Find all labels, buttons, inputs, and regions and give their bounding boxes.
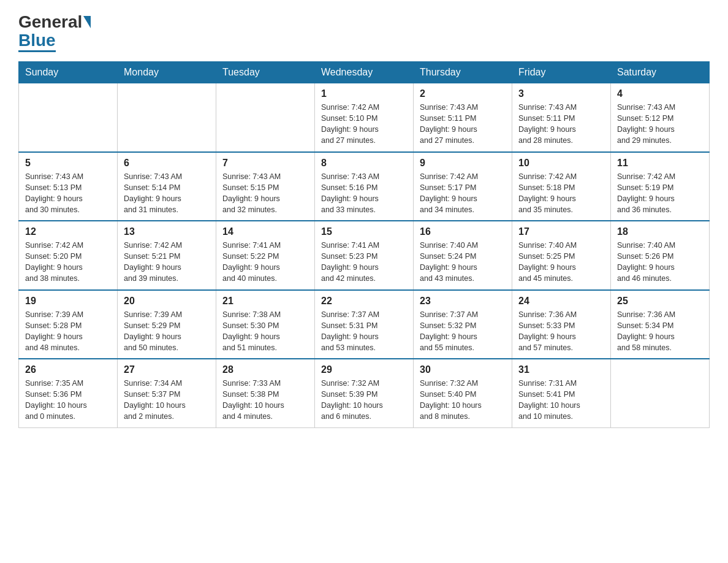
calendar-cell: 25Sunrise: 7:36 AM Sunset: 5:34 PM Dayli…	[611, 290, 710, 359]
calendar-cell: 13Sunrise: 7:42 AM Sunset: 5:21 PM Dayli…	[118, 221, 216, 290]
calendar-cell: 7Sunrise: 7:43 AM Sunset: 5:15 PM Daylig…	[216, 152, 315, 221]
calendar-cell: 31Sunrise: 7:31 AM Sunset: 5:41 PM Dayli…	[512, 359, 611, 427]
logo: General Blue	[18, 12, 91, 50]
page-header: General Blue	[18, 12, 710, 50]
day-info: Sunrise: 7:42 AM Sunset: 5:19 PM Dayligh…	[617, 171, 703, 216]
day-number: 3	[518, 88, 604, 99]
calendar-cell: 19Sunrise: 7:39 AM Sunset: 5:28 PM Dayli…	[19, 290, 118, 359]
calendar-cell: 28Sunrise: 7:33 AM Sunset: 5:38 PM Dayli…	[216, 359, 315, 427]
calendar-week-row: 19Sunrise: 7:39 AM Sunset: 5:28 PM Dayli…	[19, 290, 710, 359]
day-info: Sunrise: 7:34 AM Sunset: 5:37 PM Dayligh…	[124, 378, 210, 423]
day-info: Sunrise: 7:38 AM Sunset: 5:30 PM Dayligh…	[222, 309, 308, 354]
day-number: 24	[518, 296, 604, 307]
day-number: 31	[518, 364, 604, 375]
day-info: Sunrise: 7:32 AM Sunset: 5:39 PM Dayligh…	[321, 378, 407, 423]
calendar-cell: 15Sunrise: 7:41 AM Sunset: 5:23 PM Dayli…	[315, 221, 414, 290]
day-info: Sunrise: 7:43 AM Sunset: 5:14 PM Dayligh…	[124, 171, 210, 216]
weekday-header-saturday: Saturday	[611, 62, 710, 83]
day-number: 8	[321, 158, 407, 169]
calendar-cell: 12Sunrise: 7:42 AM Sunset: 5:20 PM Dayli…	[19, 221, 118, 290]
day-number: 28	[222, 364, 308, 375]
calendar-cell	[216, 83, 315, 152]
calendar-week-row: 26Sunrise: 7:35 AM Sunset: 5:36 PM Dayli…	[19, 359, 710, 427]
day-info: Sunrise: 7:43 AM Sunset: 5:16 PM Dayligh…	[321, 171, 407, 216]
day-number: 2	[420, 88, 506, 99]
weekday-header-wednesday: Wednesday	[315, 62, 414, 83]
calendar-cell	[118, 83, 216, 152]
calendar-week-row: 1Sunrise: 7:42 AM Sunset: 5:10 PM Daylig…	[19, 83, 710, 152]
day-info: Sunrise: 7:40 AM Sunset: 5:24 PM Dayligh…	[420, 240, 506, 285]
day-number: 10	[518, 158, 604, 169]
day-info: Sunrise: 7:37 AM Sunset: 5:31 PM Dayligh…	[321, 309, 407, 354]
day-info: Sunrise: 7:32 AM Sunset: 5:40 PM Dayligh…	[420, 378, 506, 423]
day-info: Sunrise: 7:33 AM Sunset: 5:38 PM Dayligh…	[222, 378, 308, 423]
day-info: Sunrise: 7:43 AM Sunset: 5:11 PM Dayligh…	[518, 102, 604, 147]
calendar-cell: 26Sunrise: 7:35 AM Sunset: 5:36 PM Dayli…	[19, 359, 118, 427]
day-number: 22	[321, 296, 407, 307]
day-number: 29	[321, 364, 407, 375]
calendar-cell: 23Sunrise: 7:37 AM Sunset: 5:32 PM Dayli…	[414, 290, 512, 359]
day-info: Sunrise: 7:36 AM Sunset: 5:33 PM Dayligh…	[518, 309, 604, 354]
weekday-header-monday: Monday	[118, 62, 216, 83]
day-number: 7	[222, 158, 308, 169]
calendar-cell: 27Sunrise: 7:34 AM Sunset: 5:37 PM Dayli…	[118, 359, 216, 427]
calendar-cell: 5Sunrise: 7:43 AM Sunset: 5:13 PM Daylig…	[19, 152, 118, 221]
day-info: Sunrise: 7:43 AM Sunset: 5:11 PM Dayligh…	[420, 102, 506, 147]
day-number: 5	[25, 158, 111, 169]
day-info: Sunrise: 7:43 AM Sunset: 5:12 PM Dayligh…	[617, 102, 703, 147]
calendar-cell: 22Sunrise: 7:37 AM Sunset: 5:31 PM Dayli…	[315, 290, 414, 359]
day-number: 19	[25, 296, 111, 307]
day-number: 16	[420, 226, 506, 237]
day-number: 6	[124, 158, 210, 169]
day-number: 21	[222, 296, 308, 307]
day-info: Sunrise: 7:41 AM Sunset: 5:22 PM Dayligh…	[222, 240, 308, 285]
day-info: Sunrise: 7:42 AM Sunset: 5:20 PM Dayligh…	[25, 240, 111, 285]
calendar-cell: 10Sunrise: 7:42 AM Sunset: 5:18 PM Dayli…	[512, 152, 611, 221]
day-number: 20	[124, 296, 210, 307]
day-number: 17	[518, 226, 604, 237]
weekday-header-row: SundayMondayTuesdayWednesdayThursdayFrid…	[19, 62, 710, 83]
calendar-week-row: 5Sunrise: 7:43 AM Sunset: 5:13 PM Daylig…	[19, 152, 710, 221]
calendar-cell: 21Sunrise: 7:38 AM Sunset: 5:30 PM Dayli…	[216, 290, 315, 359]
day-number: 4	[617, 88, 703, 99]
calendar-cell: 2Sunrise: 7:43 AM Sunset: 5:11 PM Daylig…	[414, 83, 512, 152]
calendar-cell: 24Sunrise: 7:36 AM Sunset: 5:33 PM Dayli…	[512, 290, 611, 359]
day-info: Sunrise: 7:42 AM Sunset: 5:10 PM Dayligh…	[321, 102, 407, 147]
day-number: 11	[617, 158, 703, 169]
calendar-cell: 4Sunrise: 7:43 AM Sunset: 5:12 PM Daylig…	[611, 83, 710, 152]
day-number: 12	[25, 226, 111, 237]
weekday-header-thursday: Thursday	[414, 62, 512, 83]
calendar-cell: 1Sunrise: 7:42 AM Sunset: 5:10 PM Daylig…	[315, 83, 414, 152]
day-info: Sunrise: 7:36 AM Sunset: 5:34 PM Dayligh…	[617, 309, 703, 354]
calendar-cell	[19, 83, 118, 152]
day-info: Sunrise: 7:42 AM Sunset: 5:18 PM Dayligh…	[518, 171, 604, 216]
day-info: Sunrise: 7:41 AM Sunset: 5:23 PM Dayligh…	[321, 240, 407, 285]
day-info: Sunrise: 7:43 AM Sunset: 5:15 PM Dayligh…	[222, 171, 308, 216]
calendar-cell: 16Sunrise: 7:40 AM Sunset: 5:24 PM Dayli…	[414, 221, 512, 290]
day-number: 9	[420, 158, 506, 169]
weekday-header-tuesday: Tuesday	[216, 62, 315, 83]
day-number: 30	[420, 364, 506, 375]
day-number: 27	[124, 364, 210, 375]
calendar-cell: 6Sunrise: 7:43 AM Sunset: 5:14 PM Daylig…	[118, 152, 216, 221]
calendar-cell: 8Sunrise: 7:43 AM Sunset: 5:16 PM Daylig…	[315, 152, 414, 221]
calendar-cell: 29Sunrise: 7:32 AM Sunset: 5:39 PM Dayli…	[315, 359, 414, 427]
calendar-cell	[611, 359, 710, 427]
logo-chevron-icon	[83, 16, 91, 28]
calendar-cell: 11Sunrise: 7:42 AM Sunset: 5:19 PM Dayli…	[611, 152, 710, 221]
calendar-week-row: 12Sunrise: 7:42 AM Sunset: 5:20 PM Dayli…	[19, 221, 710, 290]
weekday-header-sunday: Sunday	[19, 62, 118, 83]
calendar-cell: 30Sunrise: 7:32 AM Sunset: 5:40 PM Dayli…	[414, 359, 512, 427]
day-info: Sunrise: 7:39 AM Sunset: 5:28 PM Dayligh…	[25, 309, 111, 354]
day-number: 25	[617, 296, 703, 307]
calendar-cell: 9Sunrise: 7:42 AM Sunset: 5:17 PM Daylig…	[414, 152, 512, 221]
day-info: Sunrise: 7:40 AM Sunset: 5:25 PM Dayligh…	[518, 240, 604, 285]
logo-general: General	[18, 12, 82, 32]
day-number: 18	[617, 226, 703, 237]
day-number: 14	[222, 226, 308, 237]
day-info: Sunrise: 7:37 AM Sunset: 5:32 PM Dayligh…	[420, 309, 506, 354]
day-number: 13	[124, 226, 210, 237]
calendar-cell: 14Sunrise: 7:41 AM Sunset: 5:22 PM Dayli…	[216, 221, 315, 290]
calendar-cell: 20Sunrise: 7:39 AM Sunset: 5:29 PM Dayli…	[118, 290, 216, 359]
calendar-cell: 18Sunrise: 7:40 AM Sunset: 5:26 PM Dayli…	[611, 221, 710, 290]
